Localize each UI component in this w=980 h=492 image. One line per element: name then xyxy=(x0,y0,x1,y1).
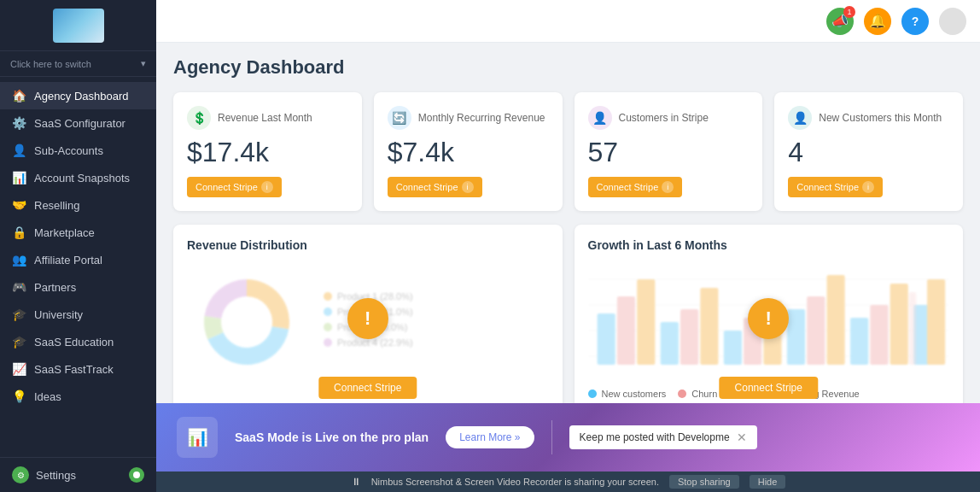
warning-icon: ! xyxy=(347,298,388,339)
sidebar-item-marketplace[interactable]: 🔒Marketplace xyxy=(0,219,156,246)
affiliate-portal-icon: 👥 xyxy=(12,253,26,266)
donut-chart xyxy=(187,262,306,382)
growth-connect-stripe-button[interactable]: Connect Stripe xyxy=(720,377,818,399)
svg-rect-19 xyxy=(890,284,907,365)
stat-value: 57 xyxy=(588,137,750,168)
megaphone-button[interactable]: 📣 1 xyxy=(826,8,854,35)
stat-icon: 👤 xyxy=(788,106,812,130)
sidebar-item-affiliate-portal[interactable]: 👥Affiliate Portal xyxy=(0,246,156,273)
growth-warning-overlay: ! xyxy=(748,298,789,339)
sidebar-item-label: Marketplace xyxy=(34,226,95,239)
sidebar-item-label: Reselling xyxy=(34,199,79,212)
settings-icon: ⚙ xyxy=(12,466,29,483)
sidebar-item-label: Sub-Accounts xyxy=(34,144,103,157)
agency-dashboard-icon: 🏠 xyxy=(12,89,26,102)
stat-value: $7.4k xyxy=(388,137,549,168)
ideas-icon: 💡 xyxy=(12,390,26,403)
page-title: Agency Dashboard xyxy=(173,56,963,79)
sidebar-item-saas-education[interactable]: 🎓SaaS Education xyxy=(0,328,156,355)
stop-sharing-button[interactable]: Stop sharing xyxy=(669,475,739,489)
revenue-distribution-title: Revenue Distribution xyxy=(187,238,549,252)
sidebar: Click here to switch ▾ 🏠Agency Dashboard… xyxy=(0,0,156,492)
donut-segment xyxy=(247,279,289,330)
sidebar-item-ideas[interactable]: 💡Ideas xyxy=(0,383,156,410)
newsletter-close-button[interactable]: ✕ xyxy=(737,430,747,444)
user-avatar[interactable] xyxy=(939,8,966,35)
svg-rect-6 xyxy=(616,296,634,365)
sidebar-item-saas-configurator[interactable]: ⚙️SaaS Configurator xyxy=(0,109,156,137)
help-button[interactable]: ? xyxy=(901,8,929,35)
screen-share-bar: ⏸ Nimbus Screenshot & Screen Video Recor… xyxy=(156,472,980,492)
sidebar-item-reselling[interactable]: 🤝Reselling xyxy=(0,191,156,219)
sidebar-nav: 🏠Agency Dashboard⚙️SaaS Configurator👤Sub… xyxy=(0,77,156,457)
stat-header: 👤 New Customers this Month xyxy=(788,106,949,130)
connect-stripe-button-customers-stripe[interactable]: Connect Stripe i xyxy=(588,177,683,197)
banner-text: SaaS Mode is Live on the pro plan xyxy=(235,430,429,444)
svg-rect-14 xyxy=(786,309,804,365)
legend-dot xyxy=(324,338,332,347)
charts-grid: Revenue Distribution Product 1 (28.0%)Pr… xyxy=(173,225,963,403)
revenue-distribution-card: Revenue Distribution Product 1 (28.0%)Pr… xyxy=(173,225,563,403)
svg-rect-16 xyxy=(826,275,844,365)
sidebar-item-saas-fasttrack[interactable]: 📈SaaS FastTrack xyxy=(0,355,156,383)
sidebar-item-agency-dashboard[interactable]: 🏠Agency Dashboard xyxy=(0,82,156,109)
bell-icon: 🔔 xyxy=(869,13,886,29)
info-icon: i xyxy=(261,181,273,193)
stat-header: 🔄 Monthly Recurring Revenue xyxy=(388,106,549,130)
newsletter-input[interactable] xyxy=(580,431,730,443)
topbar: 📣 1 🔔 ? xyxy=(156,0,980,43)
stat-header: 👤 Customers in Stripe xyxy=(588,106,750,130)
info-icon: i xyxy=(662,181,674,193)
sidebar-item-university[interactable]: 🎓University xyxy=(0,301,156,328)
notifications-button[interactable]: 🔔 xyxy=(864,8,891,35)
help-icon: ? xyxy=(912,15,919,28)
banner-title: SaaS Mode is Live on the pro plan xyxy=(235,430,429,444)
stat-card-revenue-last-month: 💲 Revenue Last Month $17.4k Connect Stri… xyxy=(173,92,362,211)
info-icon: i xyxy=(862,181,874,193)
stat-title: Customers in Stripe xyxy=(619,112,709,124)
switch-label: Click here to switch xyxy=(10,59,91,69)
stat-card-customers-stripe: 👤 Customers in Stripe 57 Connect Stripe … xyxy=(575,92,763,211)
connect-stripe-button-monthly-recurring[interactable]: Connect Stripe i xyxy=(388,177,482,197)
svg-rect-17 xyxy=(850,318,868,365)
donut-segment xyxy=(205,279,247,319)
svg-rect-10 xyxy=(700,288,718,365)
sidebar-item-partners[interactable]: 🎮Partners xyxy=(0,273,156,301)
info-icon: i xyxy=(462,181,474,193)
sidebar-switch[interactable]: Click here to switch ▾ xyxy=(0,51,156,77)
svg-point-0 xyxy=(133,472,140,478)
saas-education-icon: 🎓 xyxy=(12,335,26,348)
connect-stripe-button-revenue-last-month[interactable]: Connect Stripe i xyxy=(187,177,282,197)
sidebar-item-label: University xyxy=(34,308,83,321)
partners-icon: 🎮 xyxy=(12,280,26,294)
main-area: 📣 1 🔔 ? Agency Dashboard 💲 Revenue Last … xyxy=(156,0,980,492)
stat-icon: 🔄 xyxy=(388,106,411,130)
learn-more-button[interactable]: Learn More » xyxy=(446,426,534,448)
stat-title: Monthly Recurring Revenue xyxy=(418,112,545,124)
sidebar-item-sub-accounts[interactable]: 👤Sub-Accounts xyxy=(0,137,156,164)
svg-rect-18 xyxy=(870,305,888,365)
sidebar-logo xyxy=(0,0,156,51)
sidebar-settings[interactable]: ⚙ Settings xyxy=(0,457,156,492)
legend-dot xyxy=(324,308,332,316)
legend-dot xyxy=(324,323,332,331)
growth-chart-card: Growth in Last 6 Months xyxy=(575,225,964,403)
stat-value: $17.4k xyxy=(187,137,348,168)
stat-title: Revenue Last Month xyxy=(218,112,312,124)
svg-rect-8 xyxy=(660,322,678,365)
hide-button[interactable]: Hide xyxy=(750,475,786,489)
stat-card-monthly-recurring: 🔄 Monthly Recurring Revenue $7.4k Connec… xyxy=(374,92,563,211)
newsletter-wrap: ✕ xyxy=(569,425,757,449)
reselling-icon: 🤝 xyxy=(12,198,26,212)
banner-divider xyxy=(551,420,552,454)
sidebar-item-label: SaaS Education xyxy=(34,336,114,348)
sidebar-item-label: SaaS Configurator xyxy=(34,117,125,130)
revenue-connect-stripe-button[interactable]: Connect Stripe xyxy=(318,377,417,399)
sidebar-item-account-snapshots[interactable]: 📊Account Snapshots xyxy=(0,164,156,191)
pause-icon: ⏸ xyxy=(351,476,361,488)
connect-stripe-button-new-customers[interactable]: Connect Stripe i xyxy=(788,177,883,197)
online-indicator xyxy=(129,467,144,483)
saas-fasttrack-icon: 📈 xyxy=(12,362,26,376)
legend-dot-new xyxy=(588,390,597,398)
settings-label: Settings xyxy=(36,469,76,482)
